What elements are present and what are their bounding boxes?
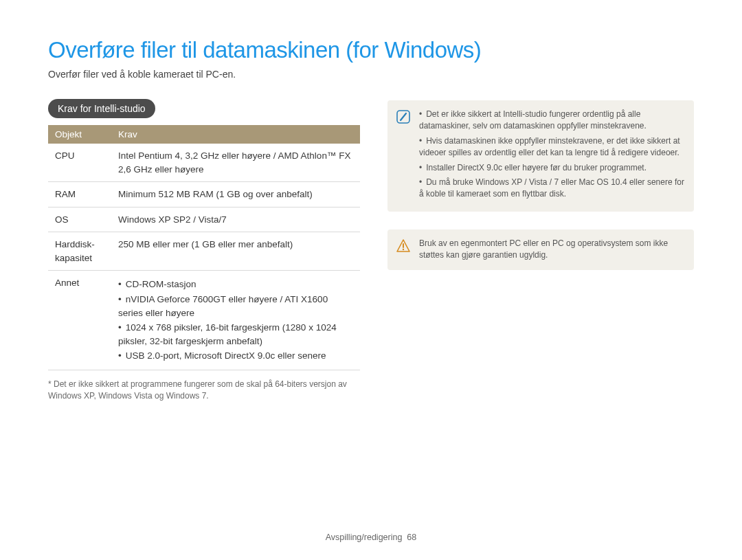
cell-krav: Windows XP SP2 / Vista/7	[111, 207, 360, 232]
list-item: Du må bruke Windows XP / Vista / 7 eller…	[419, 177, 684, 201]
cell-objekt: Annet	[48, 271, 111, 370]
page-footer: Avspilling/redigering 68	[0, 533, 742, 542]
table-row: CPU Intel Pentium 4, 3,2 GHz eller høyer…	[48, 144, 360, 182]
svg-point-2	[403, 249, 404, 250]
warning-text: Bruk av en egenmontert PC eller en PC og…	[419, 238, 684, 262]
table-row: Harddisk-kapasitet 250 MB eller mer (1 G…	[48, 232, 360, 271]
footnote: * Det er ikke sikkert at programmene fun…	[48, 379, 360, 402]
cell-objekt: Harddisk-kapasitet	[48, 232, 111, 271]
list-item: Hvis datamaskinen ikke oppfyller minstek…	[419, 135, 684, 159]
list-item: 1024 x 768 piksler, 16-bit fargeskjerm (…	[118, 321, 353, 348]
footer-section: Avspilling/redigering	[326, 533, 403, 542]
footer-page-number: 68	[407, 533, 416, 542]
list-item: nVIDIA Geforce 7600GT eller høyere / ATI…	[118, 293, 353, 320]
info-icon	[396, 109, 411, 124]
list-item: Det er ikke sikkert at Intelli-studio fu…	[419, 109, 684, 133]
cell-krav: Intel Pentium 4, 3,2 GHz eller høyere / …	[111, 144, 360, 182]
th-krav: Krav	[111, 125, 360, 144]
cell-krav: Minimum 512 MB RAM (1 GB og over anbefal…	[111, 182, 360, 208]
cell-objekt: OS	[48, 207, 111, 232]
table-row: OS Windows XP SP2 / Vista/7	[48, 207, 360, 232]
table-row: RAM Minimum 512 MB RAM (1 GB og over anb…	[48, 182, 360, 208]
left-column: Krav for Intelli-studio Objekt Krav CPU …	[48, 99, 360, 401]
page-title: Overføre filer til datamaskinen (for Win…	[48, 37, 694, 63]
requirements-table: Objekt Krav CPU Intel Pentium 4, 3,2 GHz…	[48, 125, 360, 370]
section-heading: Krav for Intelli-studio	[48, 99, 155, 118]
info-note: Det er ikke sikkert at Intelli-studio fu…	[387, 100, 694, 212]
content-columns: Krav for Intelli-studio Objekt Krav CPU …	[48, 99, 694, 401]
list-item: USB 2.0-port, Microsoft DirectX 9.0c ell…	[118, 349, 353, 363]
th-objekt: Objekt	[48, 125, 111, 144]
warning-note: Bruk av en egenmontert PC eller en PC og…	[387, 229, 694, 270]
info-note-list: Det er ikke sikkert at Intelli-studio fu…	[419, 109, 684, 203]
list-item: Installer DirectX 9.0c eller høyere før …	[419, 162, 684, 174]
table-row: Annet CD-ROM-stasjon nVIDIA Geforce 7600…	[48, 271, 360, 370]
list-item: CD-ROM-stasjon	[118, 278, 353, 291]
cell-krav: 250 MB eller mer (1 GB eller mer anbefal…	[111, 232, 360, 271]
warning-icon	[396, 238, 411, 254]
cell-objekt: CPU	[48, 144, 111, 182]
page-subtitle: Overfør filer ved å koble kameraet til P…	[48, 69, 694, 80]
cell-krav: CD-ROM-stasjon nVIDIA Geforce 7600GT ell…	[111, 271, 360, 370]
right-column: Det er ikke sikkert at Intelli-studio fu…	[387, 99, 694, 401]
cell-objekt: RAM	[48, 182, 111, 208]
